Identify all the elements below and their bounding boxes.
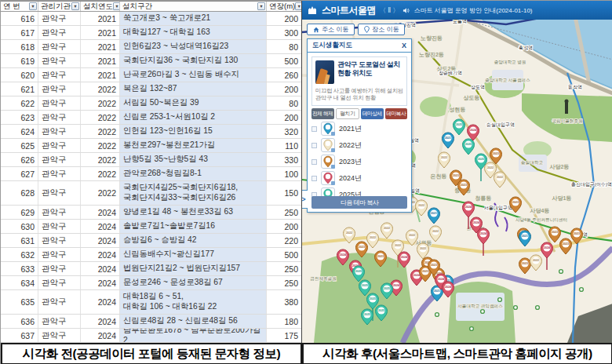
pin-icon-2021 — [321, 122, 335, 136]
layer-item-2021[interactable]: 2021년 — [311, 121, 407, 137]
layer-item-2022[interactable]: 2022년 — [311, 137, 407, 154]
table-cell: 619 — [1, 54, 38, 67]
table-cell: 2021 — [81, 26, 120, 39]
table-cell: 서림길 50~복은길 39 — [120, 96, 267, 110]
table-row: 635관악구2024대학18길 6 ~ 51, 대학길 106 ~ 대학16길 … — [1, 290, 301, 315]
filter-dropdown-icon[interactable]: ▼ — [71, 2, 79, 10]
svg-text:2021: 2021 — [522, 235, 528, 238]
table-row: 629관악구2024양녕로1길 48 ~ 봉천로33길 63250 — [1, 206, 301, 220]
table-cell: 난곡로26마길 3 ~ 신림동 배수지 — [120, 68, 267, 82]
svg-text:2025: 2025 — [370, 297, 376, 300]
banner-nav-controls[interactable]: 〈 Ⅱ 〉 — [380, 6, 399, 15]
banner-notice-text[interactable]: 스마트 서울맵 운영 방안 안내(2024-01-10) — [413, 6, 532, 15]
table-cell: 180 — [267, 315, 302, 328]
address-move-button[interactable]: 주소 이동 — [307, 24, 355, 35]
svg-text:2023: 2023 — [359, 246, 365, 249]
table-cell: 관악구 — [38, 276, 81, 289]
svg-text:2023: 2023 — [522, 262, 528, 265]
svg-text:2022: 2022 — [420, 247, 426, 250]
table-cell: 380 — [267, 290, 302, 314]
table-cell: 관악구 — [38, 96, 81, 110]
theme-search-bar[interactable]: 도시생활지도 X — [308, 39, 411, 53]
column-header: 연장(m)▼ — [267, 2, 302, 11]
svg-text:2022: 2022 — [487, 166, 494, 169]
caption-before: 시각화 전(공공데이터 포털에 등재된 문자형 정보) — [1, 343, 302, 364]
svg-text:2022: 2022 — [418, 204, 424, 207]
filter-dropdown-icon[interactable]: ▼ — [29, 2, 37, 10]
next-theme-copy-button[interactable]: 다음 테마 복사 — [311, 196, 407, 209]
theme-title: 관악구 도로열선 설치현황 위치도 — [337, 60, 403, 84]
table-cell: 신림로 253-1~서원10길 2 — [120, 111, 267, 124]
map-panel[interactable]: 노량진동노량진2동상도2동상도동성현동은천동중앙동서원동신림동사당2동사당1동사… — [302, 1, 612, 343]
poi-dot — [559, 270, 563, 274]
svg-text:2025: 2025 — [384, 287, 390, 290]
home-icon — [313, 27, 319, 33]
table-row: 626관악구2022난향5길 35~난향5길 43330 — [1, 153, 301, 167]
theme-button-blue[interactable]: 테마상세 — [361, 108, 384, 119]
table-cell: 대학18길 6 ~ 51, 대학길 106 ~ 대학16길 22 — [120, 290, 267, 314]
theme-card[interactable]: 관악구 도로열선 설치현황 위치도 미끄럼 사고를 예방하기 위해 설치된 관악… — [311, 56, 407, 106]
table-body: 616관악구2021쑥고개로3 ~ 쑥고개로21200617관악구2021대학길… — [1, 12, 301, 343]
table-cell: 관악구 — [38, 234, 81, 247]
svg-text:2023: 2023 — [431, 264, 437, 267]
theme-description: 미끄럼 사고를 예방하기 위해 설치된 관악구 내 열선 위치 현황 — [315, 87, 403, 102]
panel-collapse-tab[interactable]: > — [302, 190, 308, 209]
place-move-button[interactable]: 장소 이동 — [358, 24, 405, 35]
close-icon[interactable]: X — [402, 42, 406, 49]
table-cell: 635 — [1, 290, 38, 314]
pin-icon-2024 — [321, 171, 335, 185]
table-cell: 관악구 — [38, 139, 81, 152]
column-header: 설치연도▼ — [81, 2, 120, 11]
table-cell: 인헌6길23 ~ 낙성대역16길23 — [120, 40, 267, 53]
theme-button-dark[interactable]: 전체 해제 — [311, 108, 334, 119]
layer-item-2023[interactable]: 2023년 — [311, 154, 407, 170]
table-cell: 250 — [267, 206, 302, 219]
pin-icon-2023 — [321, 155, 335, 169]
table-row: 617관악구2021대학길127 ~ 대학길 163300 — [1, 26, 301, 40]
table-cell: 637 — [1, 329, 38, 342]
table-cell: 634 — [1, 276, 38, 289]
table-cell: 관악구 — [38, 40, 81, 53]
table-row: 620관악구2021난곡로26마길 3 ~ 신림동 배수지260 — [1, 68, 301, 82]
svg-text:2025: 2025 — [465, 143, 472, 146]
marker-icon — [364, 26, 370, 33]
table-cell: 관악구 — [38, 262, 81, 275]
layer-checkbox[interactable] — [311, 159, 317, 165]
layer-checkbox[interactable] — [311, 176, 317, 181]
svg-text:2021: 2021 — [434, 289, 440, 293]
svg-text:2022: 2022 — [441, 156, 447, 159]
table-cell: 2022 — [81, 96, 120, 110]
theme-search-panel: 도시생활지도 X 관악구 도로열선 설치현황 위치도 미끄럼 사고를 예방하기 … — [307, 38, 412, 213]
table-row: 630관악구2024솔밭로7길1~솔밭로7길16200 — [1, 220, 301, 234]
map-label: 사당1동 — [552, 195, 572, 202]
table-cell: 관악구 — [38, 220, 81, 233]
table-cell: 627 — [1, 167, 38, 180]
table-cell: 617 — [1, 26, 38, 39]
table-cell: 관악구 — [38, 290, 81, 314]
pin-icon-2022 — [321, 138, 335, 152]
svg-text:2023: 2023 — [493, 152, 499, 155]
svg-text:2021: 2021 — [431, 212, 437, 215]
layer-item-2024[interactable]: 2024년 — [311, 170, 407, 187]
filter-dropdown-icon[interactable]: ▼ — [257, 2, 265, 10]
theme-button-red[interactable]: 테마복사 — [385, 108, 408, 119]
map-label: 흑석역 — [519, 46, 533, 50]
table-cell: 국회단지길36 ~ 국회단지길 130 — [120, 54, 267, 67]
layer-checkbox[interactable] — [311, 126, 317, 132]
table-cell: 2024 — [81, 220, 120, 233]
layer-checkbox[interactable] — [311, 143, 317, 148]
map-label: 상도역 — [471, 85, 485, 89]
table-row: 622관악구2022서림길 50~복은길 3980 — [1, 96, 301, 111]
table-cell: 복은길 132~87 — [120, 82, 267, 96]
svg-text:2025: 2025 — [456, 123, 462, 126]
table-cell: 2022 — [81, 153, 120, 166]
theme-button-light[interactable]: 펼치기 — [336, 108, 360, 119]
table-cell: 320 — [267, 125, 302, 138]
table-cell: 관악구 — [38, 315, 81, 328]
table-cell: 622 — [1, 96, 38, 110]
filter-dropdown-icon[interactable]: ▼ — [113, 2, 120, 10]
table-cell: 2024 — [81, 248, 120, 261]
table-cell: 200 — [267, 111, 302, 124]
layer-label: 2021년 — [339, 124, 362, 134]
filter-dropdown-icon[interactable]: ▼ — [295, 2, 302, 10]
